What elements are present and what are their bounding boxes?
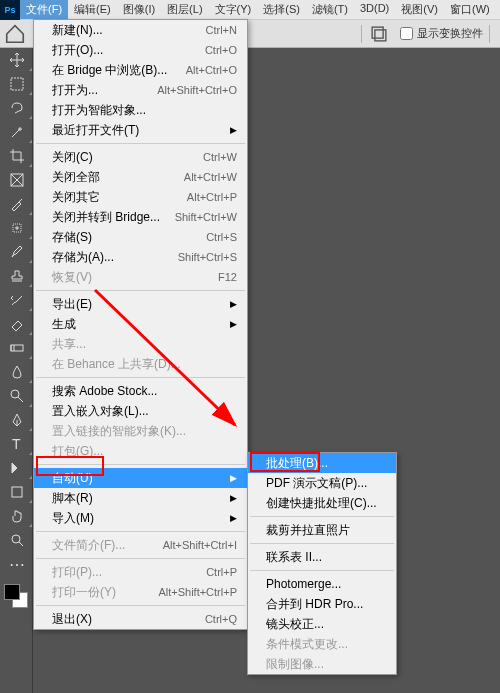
edit-toolbar[interactable]: ⋯: [0, 552, 33, 576]
menu-item: 文件简介(F)...Alt+Shift+Ctrl+I: [34, 535, 247, 555]
show-transform-checkbox[interactable]: [400, 27, 413, 40]
frame-tool[interactable]: [0, 168, 33, 192]
menu-item: 条件模式更改...: [248, 634, 396, 654]
color-swatch[interactable]: [4, 584, 28, 608]
menu-separator: [36, 558, 245, 559]
shape-tool[interactable]: [0, 480, 33, 504]
brush-tool[interactable]: [0, 240, 33, 264]
menu-shortcut: Ctrl+N: [206, 24, 237, 36]
menu-item-label: 导入(M): [52, 510, 94, 527]
menu-item-label: 在 Bridge 中浏览(B)...: [52, 62, 167, 79]
menu-item[interactable]: 导出(E)▶: [34, 294, 247, 314]
lasso-tool[interactable]: [0, 96, 33, 120]
submenu-arrow-icon: ▶: [222, 513, 237, 523]
menu-shortcut: Ctrl+P: [206, 566, 237, 578]
menu-item[interactable]: 关闭其它Alt+Ctrl+P: [34, 187, 247, 207]
menubar: Ps 文件(F)编辑(E)图像(I)图层(L)文字(Y)选择(S)滤镜(T)3D…: [0, 0, 500, 20]
type-tool[interactable]: T: [0, 432, 33, 456]
menu-item-1[interactable]: 编辑(E): [68, 0, 117, 19]
menu-item[interactable]: 存储(S)Ctrl+S: [34, 227, 247, 247]
marquee-tool[interactable]: [0, 72, 33, 96]
submenu-arrow-icon: ▶: [222, 125, 237, 135]
hand-tool[interactable]: [0, 504, 33, 528]
menu-item[interactable]: 新建(N)...Ctrl+N: [34, 20, 247, 40]
menu-item: 在 Behance 上共享(D)...: [34, 354, 247, 374]
dodge-tool[interactable]: [0, 384, 33, 408]
gradient-tool[interactable]: [0, 336, 33, 360]
crop-tool[interactable]: [0, 144, 33, 168]
menu-item-label: 置入链接的智能对象(K)...: [52, 423, 186, 440]
menu-item[interactable]: 批处理(B)...: [248, 453, 396, 473]
menu-item-label: 导出(E): [52, 296, 92, 313]
menu-separator: [36, 377, 245, 378]
menu-item[interactable]: 联系表 II...: [248, 547, 396, 567]
menu-item[interactable]: 搜索 Adobe Stock...: [34, 381, 247, 401]
menu-item-8[interactable]: 视图(V): [395, 0, 444, 19]
menu-item[interactable]: 导入(M)▶: [34, 508, 247, 528]
home-icon[interactable]: [4, 23, 26, 45]
menu-item-5[interactable]: 选择(S): [257, 0, 306, 19]
menu-item[interactable]: PDF 演示文稿(P)...: [248, 473, 396, 493]
menu-item[interactable]: 退出(X)Ctrl+Q: [34, 609, 247, 629]
svg-rect-5: [11, 345, 23, 351]
eyedropper-tool[interactable]: [0, 192, 33, 216]
menu-item: 打印(P)...Ctrl+P: [34, 562, 247, 582]
menu-item-label: 在 Behance 上共享(D)...: [52, 356, 181, 373]
menu-item[interactable]: 关闭并转到 Bridge...Shift+Ctrl+W: [34, 207, 247, 227]
path-tool[interactable]: [0, 456, 33, 480]
menu-item-label: 置入嵌入对象(L)...: [52, 403, 149, 420]
menu-item-label: 打包(G)...: [52, 443, 103, 460]
menu-item[interactable]: 存储为(A)...Shift+Ctrl+S: [34, 247, 247, 267]
menu-item[interactable]: 在 Bridge 中浏览(B)...Alt+Ctrl+O: [34, 60, 247, 80]
svg-text:T: T: [12, 436, 21, 452]
menu-item[interactable]: 关闭全部Alt+Ctrl+W: [34, 167, 247, 187]
menu-item[interactable]: 镜头校正...: [248, 614, 396, 634]
zoom-tool[interactable]: [0, 528, 33, 552]
menu-item-label: 限制图像...: [266, 656, 324, 673]
blur-tool[interactable]: [0, 360, 33, 384]
menu-item-9[interactable]: 窗口(W): [444, 0, 496, 19]
menu-item[interactable]: 打开为...Alt+Shift+Ctrl+O: [34, 80, 247, 100]
eraser-tool[interactable]: [0, 312, 33, 336]
menu-item-4[interactable]: 文字(Y): [209, 0, 258, 19]
menu-item[interactable]: 合并到 HDR Pro...: [248, 594, 396, 614]
menu-item-label: 最近打开文件(T): [52, 122, 139, 139]
menu-item[interactable]: 脚本(R)▶: [34, 488, 247, 508]
menu-item[interactable]: Photomerge...: [248, 574, 396, 594]
menu-separator: [250, 543, 394, 544]
menu-item-3[interactable]: 图层(L): [161, 0, 208, 19]
layers-icon[interactable]: [368, 23, 390, 45]
menu-item-0[interactable]: 文件(F): [20, 0, 68, 19]
menu-item[interactable]: 置入嵌入对象(L)...: [34, 401, 247, 421]
magic-wand-tool[interactable]: [0, 120, 33, 144]
stamp-tool[interactable]: [0, 264, 33, 288]
menu-item-label: 存储(S): [52, 229, 92, 246]
menu-item-label: 打开为...: [52, 82, 98, 99]
menu-item[interactable]: 创建快捷批处理(C)...: [248, 493, 396, 513]
pen-tool[interactable]: [0, 408, 33, 432]
menu-item-label: 打开为智能对象...: [52, 102, 146, 119]
menu-item-6[interactable]: 滤镜(T): [306, 0, 354, 19]
move-tool[interactable]: [0, 48, 33, 72]
menu-item[interactable]: 打开(O)...Ctrl+O: [34, 40, 247, 60]
menu-shortcut: F12: [218, 271, 237, 283]
show-transform-label: 显示变换控件: [417, 26, 483, 41]
menu-item[interactable]: 裁剪并拉直照片: [248, 520, 396, 540]
menu-item[interactable]: 最近打开文件(T)▶: [34, 120, 247, 140]
menu-item[interactable]: 自动(U)▶: [34, 468, 247, 488]
menu-shortcut: Ctrl+S: [206, 231, 237, 243]
menu-item[interactable]: 打开为智能对象...: [34, 100, 247, 120]
menu-item-label: 条件模式更改...: [266, 636, 348, 653]
menu-item-label: 脚本(R): [52, 490, 93, 507]
menu-item[interactable]: 生成▶: [34, 314, 247, 334]
history-brush-tool[interactable]: [0, 288, 33, 312]
menu-item[interactable]: 关闭(C)Ctrl+W: [34, 147, 247, 167]
healing-tool[interactable]: [0, 216, 33, 240]
menu-shortcut: Ctrl+Q: [205, 613, 237, 625]
svg-rect-8: [12, 487, 22, 497]
menu-item-2[interactable]: 图像(I): [117, 0, 161, 19]
menu-item-label: 关闭并转到 Bridge...: [52, 209, 160, 226]
tools-panel: T ⋯: [0, 48, 33, 693]
menu-item-7[interactable]: 3D(D): [354, 0, 395, 19]
svg-point-6: [11, 390, 19, 398]
